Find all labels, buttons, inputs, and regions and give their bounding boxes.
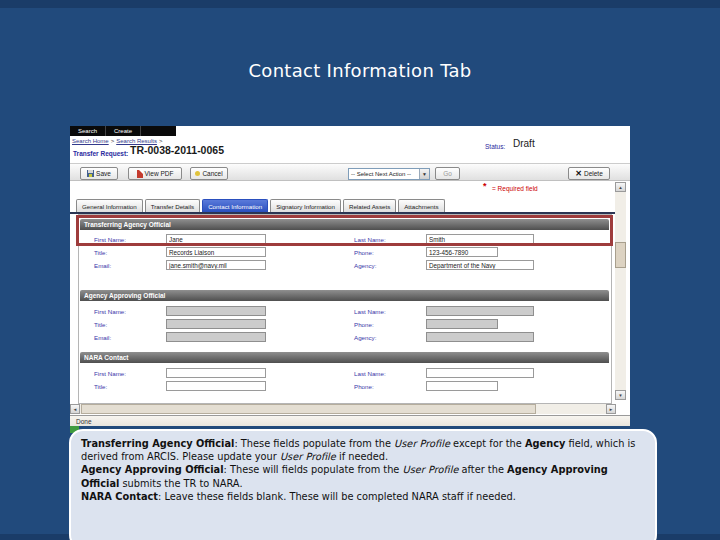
field-label: Email: (94, 262, 111, 269)
nara-first-name-input[interactable] (166, 368, 266, 378)
chevron-down-icon: ▼ (419, 169, 429, 179)
cancel-button-label: Cancel (202, 170, 222, 177)
approving-title-input (166, 319, 266, 329)
save-button-label: Save (96, 170, 111, 177)
nara-phone-input[interactable] (426, 381, 498, 391)
delete-button-label: Delete (584, 170, 603, 177)
go-button-label: Go (443, 170, 452, 177)
scroll-right-icon[interactable]: ► (606, 404, 616, 414)
delete-x-icon: ✕ (575, 170, 582, 178)
section-header-nara-contact: NARA Contact (80, 352, 609, 363)
menu-item-search[interactable]: Search (70, 126, 106, 136)
field-label: Phone: (354, 383, 374, 390)
transferring-agency-input[interactable] (426, 260, 534, 270)
field-label: Title: (94, 249, 107, 256)
tab-signatory-information[interactable]: Signatory Information (270, 199, 341, 212)
view-pdf-button-label: View PDF (145, 170, 174, 177)
field-label: Agency: (354, 334, 376, 341)
tab-general-information[interactable]: General Information (76, 199, 143, 212)
transfer-request-label: Transfer Request: (73, 150, 128, 157)
field-label: First Name: (94, 308, 126, 315)
field-label: Phone: (354, 249, 374, 256)
view-pdf-button[interactable]: View PDF (128, 167, 182, 180)
tab-attachments[interactable]: Attachments (398, 199, 444, 212)
status-label: Status: (485, 143, 505, 150)
transferring-title-input[interactable] (166, 247, 266, 257)
save-button[interactable]: Save (80, 167, 118, 180)
field-label: Email: (94, 334, 111, 341)
pdf-icon (137, 170, 143, 178)
field-label: Agency: (354, 262, 376, 269)
status-value: Draft (513, 138, 535, 149)
breadcrumb-separator: > (111, 138, 115, 144)
field-label: Title: (94, 321, 107, 328)
tab-bar: General Information Transfer Details Con… (76, 199, 445, 212)
page-title: Contact Information Tab (0, 60, 720, 81)
field-label: Phone: (354, 321, 374, 328)
highlight-box (76, 215, 613, 246)
cancel-button[interactable]: Cancel (190, 167, 228, 180)
horizontal-scrollbar[interactable]: ◄ ► (70, 404, 616, 414)
field-label: Last Name: (354, 308, 386, 315)
transferring-email-input[interactable] (166, 260, 266, 270)
field-label: Title: (94, 383, 107, 390)
scroll-up-icon[interactable]: ▲ (615, 182, 626, 192)
menu-bar: Search Create (70, 126, 176, 136)
approving-phone-input (426, 319, 498, 329)
approving-last-name-input (426, 306, 534, 316)
slide-top-band (0, 0, 720, 8)
toolbar: Save View PDF Cancel -- Select Next Acti… (70, 163, 630, 181)
vertical-scrollbar[interactable]: ▲ ▼ (615, 182, 626, 400)
tab-transfer-details[interactable]: Transfer Details (145, 199, 200, 212)
tab-related-assets[interactable]: Related Assets (343, 199, 396, 212)
notes-box: Transferring Agency Official: These fiel… (69, 429, 657, 540)
approving-email-input (166, 332, 266, 342)
save-icon (87, 170, 94, 177)
cancel-icon (195, 171, 200, 176)
required-field-star: * (483, 181, 487, 191)
nara-title-input[interactable] (166, 381, 266, 391)
section-header-agency-approving-official: Agency Approving Official (80, 290, 609, 301)
scroll-down-icon[interactable]: ▼ (615, 390, 626, 400)
tab-contact-information[interactable]: Contact Information (202, 199, 268, 212)
field-label: First Name: (94, 370, 126, 377)
note-paragraph: Transferring Agency Official: These fiel… (81, 437, 645, 463)
field-label: Last Name: (354, 370, 386, 377)
app-screenshot: Search Create Search Home>Search Results… (70, 126, 630, 426)
transfer-request-number: TR-0038-2011-0065 (130, 144, 224, 156)
required-field-note: = Required field (492, 185, 538, 192)
menu-item-create[interactable]: Create (106, 126, 141, 136)
next-action-select[interactable]: -- Select Next Action -- ▼ (348, 168, 430, 180)
vertical-scrollbar-thumb[interactable] (615, 242, 626, 268)
go-button[interactable]: Go (435, 167, 460, 180)
note-paragraph: Agency Approving Official: These will fi… (81, 463, 645, 489)
note-paragraph: NARA Contact: Leave these fields blank. … (81, 490, 645, 503)
breadcrumb-link-search-home[interactable]: Search Home (72, 138, 109, 144)
slide: Contact Information Tab Search Create Se… (0, 0, 720, 540)
horizontal-scrollbar-thumb[interactable] (81, 404, 536, 414)
next-action-selected-value: -- Select Next Action -- (349, 171, 419, 177)
approving-agency-input (426, 332, 534, 342)
scroll-left-icon[interactable]: ◄ (70, 404, 80, 414)
transferring-phone-input[interactable] (426, 247, 498, 257)
browser-statusbar: Done (70, 415, 630, 426)
delete-button[interactable]: ✕ Delete (568, 167, 610, 180)
approving-first-name-input (166, 306, 266, 316)
nara-last-name-input[interactable] (426, 368, 534, 378)
